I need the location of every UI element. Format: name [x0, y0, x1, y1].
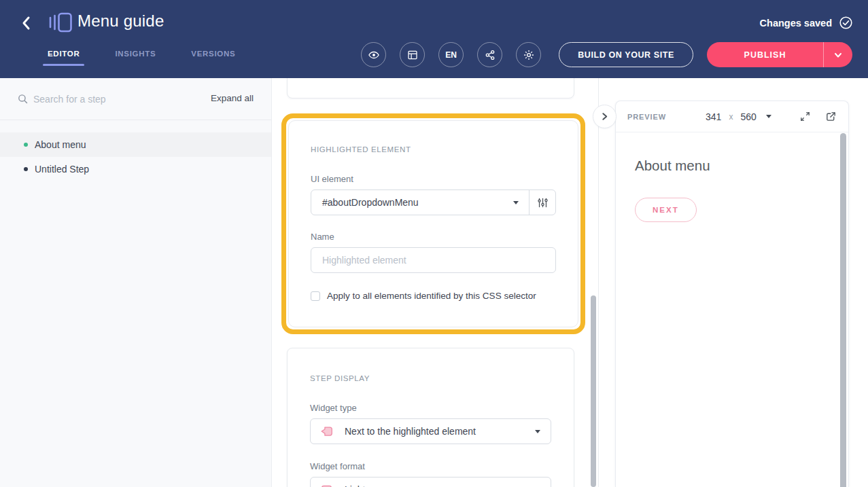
header-controls: EN BUILD ON YOUR SITE PUBLISH — [361, 42, 852, 67]
step-editor-panel: HIGHLIGHTED ELEMENT UI element #aboutDro… — [272, 78, 598, 487]
step-search-input[interactable] — [33, 88, 203, 111]
steps-sidebar: Expand all About menu Untitled Step — [0, 78, 272, 487]
collapse-preview-button[interactable] — [593, 105, 617, 128]
settings-button[interactable] — [516, 42, 541, 67]
preview-step-title: About menu — [635, 158, 848, 174]
language-button[interactable]: EN — [438, 42, 464, 67]
app-header: Menu guide Changes saved EDITOR INSIGHTS… — [0, 0, 868, 78]
gear-icon — [523, 49, 535, 61]
preview-title: PREVIEW — [627, 113, 666, 121]
step-display-card: STEP DISPLAY Widget type Next to the hig… — [287, 348, 574, 487]
preview-dimensions-dropdown[interactable]: 341 x 560 — [706, 111, 771, 122]
preview-eye-button[interactable] — [361, 42, 386, 67]
chevron-down-icon — [766, 115, 771, 118]
step-item-about-menu[interactable]: About menu — [0, 132, 271, 157]
apply-all-checkbox[interactable] — [311, 291, 320, 301]
search-icon — [17, 93, 29, 105]
step-search-row: Expand all — [0, 78, 271, 120]
element-picker-button[interactable] — [530, 197, 555, 209]
chevron-down-icon — [535, 430, 540, 433]
element-name-input[interactable] — [311, 247, 556, 273]
preview-width: 341 — [706, 111, 721, 122]
eye-icon — [368, 49, 380, 61]
tooltip-widget-icon — [319, 484, 334, 487]
editor-scrollbar[interactable] — [591, 295, 596, 487]
preview-scrollbar[interactable] — [840, 133, 846, 487]
chevron-down-icon — [513, 201, 519, 204]
preview-height: 560 — [740, 111, 756, 122]
section-title: HIGHLIGHTED ELEMENT — [311, 145, 556, 154]
editor-tabs: EDITOR INSIGHTS VERSIONS — [48, 50, 235, 66]
resize-icon[interactable] — [799, 111, 811, 122]
share-button[interactable] — [477, 42, 502, 67]
back-icon[interactable] — [19, 14, 35, 32]
window-layout-icon — [406, 49, 419, 61]
guide-logo-icon — [48, 10, 73, 35]
chevron-right-icon — [600, 112, 609, 121]
next-button[interactable]: NEXT — [635, 198, 697, 222]
panel-divider — [598, 78, 599, 487]
ui-element-select[interactable]: #aboutDropdownMenu — [311, 190, 556, 215]
highlighted-element-card: HIGHLIGHTED ELEMENT UI element #aboutDro… — [288, 120, 578, 327]
tab-versions[interactable]: VERSIONS — [191, 50, 235, 66]
highlighted-section-ring: HIGHLIGHTED ELEMENT UI element #aboutDro… — [281, 113, 585, 334]
build-on-your-site-button[interactable]: BUILD ON YOUR SITE — [559, 42, 693, 67]
step-list: About menu Untitled Step — [0, 132, 271, 181]
section-title: STEP DISPLAY — [310, 374, 551, 382]
apply-all-row: Apply to all elements identified by this… — [311, 291, 556, 301]
tab-insights[interactable]: INSIGHTS — [115, 50, 156, 66]
tooltip-widget-icon — [319, 425, 334, 438]
changes-saved-label: Changes saved — [760, 18, 832, 29]
check-circle-icon — [839, 16, 853, 30]
widget-format-select[interactable]: Light — [310, 477, 551, 487]
ui-element-label: UI element — [311, 174, 556, 184]
widget-format-label: Widget format — [310, 461, 551, 471]
publish-button[interactable]: PUBLISH — [707, 42, 852, 67]
layout-button[interactable] — [400, 42, 425, 67]
chevron-down-icon — [834, 51, 842, 59]
external-link-icon[interactable] — [825, 111, 837, 122]
widget-type-select[interactable]: Next to the highlighted element — [310, 418, 551, 444]
preview-panel: PREVIEW 341 x 560 About menu NEXT — [615, 101, 849, 487]
name-label: Name — [311, 232, 556, 242]
share-icon — [484, 49, 496, 61]
changes-saved-status: Changes saved — [760, 16, 853, 30]
language-label: EN — [445, 50, 457, 60]
step-item-untitled-step[interactable]: Untitled Step — [0, 157, 271, 181]
tab-editor[interactable]: EDITOR — [48, 50, 80, 66]
preview-header: PREVIEW 341 x 560 — [616, 101, 848, 132]
sliders-icon — [537, 197, 549, 209]
widget-type-label: Widget type — [310, 403, 551, 413]
expand-all-link[interactable]: Expand all — [211, 93, 254, 103]
step-status-dot — [24, 167, 28, 171]
publish-label: PUBLISH — [707, 50, 823, 60]
preview-actions — [799, 111, 837, 122]
page-title: Menu guide — [77, 12, 164, 31]
step-status-dot — [24, 143, 28, 147]
publish-dropdown-button[interactable] — [824, 51, 852, 59]
